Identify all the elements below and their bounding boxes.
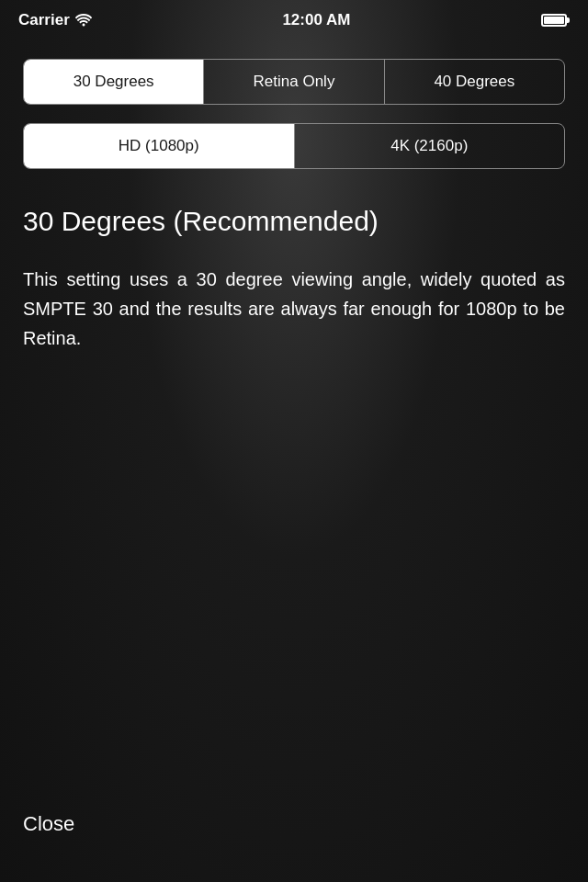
main-title: 30 Degrees (Recommended)	[23, 206, 565, 237]
close-button[interactable]: Close	[23, 812, 74, 836]
description-text: This setting uses a 30 degree viewing an…	[23, 265, 565, 353]
status-bar: Carrier 12:00 AM	[0, 0, 588, 40]
resolution-segment: HD (1080p) 4K (2160p)	[23, 123, 565, 169]
battery-indicator	[541, 14, 570, 27]
segment-retina-only[interactable]: Retina Only	[204, 60, 384, 104]
segment-30-degrees[interactable]: 30 Degrees	[24, 60, 204, 104]
carrier-info: Carrier	[18, 11, 92, 29]
segment-hd[interactable]: HD (1080p)	[24, 124, 295, 168]
battery-icon	[541, 14, 567, 27]
segment-4k[interactable]: 4K (2160p)	[295, 124, 565, 168]
wifi-icon	[75, 14, 92, 27]
status-time: 12:00 AM	[282, 11, 350, 29]
carrier-label: Carrier	[18, 11, 70, 29]
segment-40-degrees[interactable]: 40 Degrees	[385, 60, 564, 104]
main-content: 30 Degrees Retina Only 40 Degrees HD (10…	[0, 40, 588, 353]
viewing-angle-segment: 30 Degrees Retina Only 40 Degrees	[23, 59, 565, 105]
battery-fill	[544, 17, 564, 24]
